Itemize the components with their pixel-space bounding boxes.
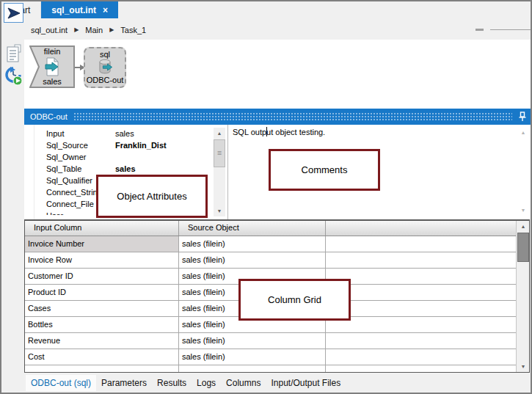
grid-scrollbar[interactable]: ▲ ▼ bbox=[516, 221, 529, 372]
comments-text[interactable]: SQL output object testing. bbox=[233, 128, 325, 136]
cell-extra[interactable] bbox=[326, 349, 516, 365]
tab-sql-out-label: sql_out.int bbox=[51, 5, 96, 15]
cell-extra[interactable] bbox=[326, 236, 516, 252]
report-icon bbox=[6, 44, 22, 63]
bottom-tab-results[interactable]: Results bbox=[152, 375, 192, 391]
scrollbar-thumb[interactable] bbox=[517, 233, 529, 262]
node-sql-odbc-out[interactable]: sql ODBC-out bbox=[84, 47, 126, 88]
app-window: Start sql_out.int × sql_out.int ▶ Main ▶… bbox=[0, 0, 532, 394]
bottom-tab-odbc-out-sql-[interactable]: ODBC-out (sql) bbox=[26, 375, 96, 391]
cell-extra[interactable] bbox=[326, 269, 516, 284]
bottom-tab-logs[interactable]: Logs bbox=[192, 375, 221, 391]
run-history-button[interactable] bbox=[5, 66, 23, 87]
panel-splitter-line bbox=[490, 29, 531, 30]
panel-collapse-handle[interactable] bbox=[475, 29, 484, 31]
cell-extra[interactable] bbox=[326, 252, 516, 268]
scroll-down-icon[interactable]: ▼ bbox=[517, 205, 529, 216]
chevron-right-icon: ▶ bbox=[74, 26, 79, 33]
flow-design-button[interactable] bbox=[4, 3, 23, 23]
flow-design-icon bbox=[6, 5, 22, 21]
cell-input-column[interactable]: Product ID bbox=[25, 285, 179, 300]
node-name-label: sales bbox=[43, 77, 62, 86]
annotation-label: Comments bbox=[302, 164, 348, 175]
breadcrumb-item-task[interactable]: Task_1 bbox=[120, 26, 146, 34]
attributes-gutter bbox=[24, 125, 34, 219]
annotation-label: Column Grid bbox=[268, 294, 321, 305]
scroll-up-icon[interactable]: ▲ bbox=[517, 127, 529, 138]
odbc-out-panel-header[interactable]: ODBC-out bbox=[24, 109, 531, 125]
cell-input-column[interactable]: Revenue bbox=[25, 333, 179, 349]
attribute-label: Input bbox=[35, 128, 115, 139]
cell-input-column[interactable]: Cost bbox=[25, 349, 179, 365]
file-arrow-icon bbox=[43, 57, 62, 76]
node-filein-sales[interactable]: filein sales bbox=[29, 45, 75, 88]
pin-icon[interactable] bbox=[518, 112, 527, 122]
annotation-column-grid: Column Grid bbox=[238, 279, 351, 321]
attribute-value[interactable]: sales bbox=[115, 163, 214, 175]
annotation-comments: Comments bbox=[269, 149, 380, 191]
cell-extra[interactable] bbox=[326, 317, 516, 332]
column-header-source-object[interactable]: Source Object bbox=[179, 221, 326, 236]
table-row[interactable]: Invoice Row sales (filein) bbox=[25, 252, 516, 269]
cell-input-column[interactable]: Customer ID bbox=[25, 269, 179, 284]
cell-extra[interactable] bbox=[326, 301, 516, 316]
table-row[interactable]: Revenue sales (filein) bbox=[25, 333, 516, 349]
attribute-row[interactable]: Sql_Source Franklin_Dist bbox=[35, 139, 214, 151]
attribute-row[interactable]: Sql_Owner bbox=[35, 151, 214, 163]
table-row[interactable]: Cost sales (filein) bbox=[25, 349, 516, 365]
cell-input-column[interactable]: Bottles bbox=[25, 317, 179, 332]
attribute-row[interactable]: Sql_Table sales bbox=[35, 163, 214, 175]
column-grid-header: Input Column Source Object bbox=[25, 221, 516, 236]
scrollbar-thumb[interactable]: ☰ bbox=[214, 139, 225, 167]
attribute-row[interactable]: Input sales bbox=[35, 128, 214, 139]
report-button[interactable] bbox=[5, 43, 23, 64]
panel-header-dots bbox=[73, 112, 512, 121]
table-row[interactable]: Invoice Number sales (filein) bbox=[25, 236, 516, 252]
attribute-value[interactable] bbox=[115, 151, 214, 163]
cell-extra[interactable] bbox=[326, 285, 516, 300]
column-header-input-column[interactable]: Input Column bbox=[25, 221, 179, 236]
column-header-extra[interactable] bbox=[326, 221, 516, 236]
attribute-label: Sql_Source bbox=[35, 139, 115, 151]
cell-source-object[interactable]: sales (filein) bbox=[179, 252, 326, 268]
cell-source-object[interactable]: sales (filein) bbox=[179, 333, 326, 349]
panel-title: ODBC-out bbox=[30, 112, 68, 121]
close-icon[interactable]: × bbox=[103, 5, 108, 15]
bottom-tab-parameters[interactable]: Parameters bbox=[96, 375, 152, 391]
run-history-icon bbox=[5, 67, 23, 86]
cell-source-object[interactable] bbox=[179, 365, 326, 373]
attribute-value[interactable]: Franklin_Dist bbox=[115, 139, 214, 151]
attribute-value[interactable]: sales bbox=[115, 128, 214, 139]
breadcrumb-item-file[interactable]: sql_out.int bbox=[31, 26, 68, 34]
cell-input-column[interactable]: Invoice Number bbox=[25, 236, 179, 252]
cell-source-object[interactable]: sales (filein) bbox=[179, 349, 326, 365]
tab-sql-out[interactable]: sql_out.int × bbox=[41, 1, 118, 18]
node-name-label: ODBC-out bbox=[87, 76, 124, 84]
chevron-right-icon: ▶ bbox=[109, 26, 114, 33]
toolbar: sql_out.int ▶ Main ▶ Task_1 bbox=[1, 18, 531, 41]
attributes-scrollbar[interactable]: ▲ ☰ ▼ bbox=[214, 128, 225, 216]
bottom-tab-columns[interactable]: Columns bbox=[221, 375, 266, 391]
scroll-up-icon[interactable]: ▲ bbox=[214, 128, 225, 139]
breadcrumb-item-main[interactable]: Main bbox=[85, 26, 103, 34]
cell-input-column[interactable] bbox=[25, 365, 179, 373]
flow-canvas[interactable]: filein sales sql ODBC-out bbox=[24, 40, 531, 109]
cell-extra[interactable] bbox=[326, 333, 516, 349]
scroll-down-icon[interactable]: ▼ bbox=[214, 205, 225, 216]
document-tabbar: Start sql_out.int × bbox=[1, 1, 531, 18]
attribute-label: Sql_Owner bbox=[35, 151, 115, 163]
cell-input-column[interactable]: Invoice Row bbox=[25, 252, 179, 268]
table-row[interactable] bbox=[25, 365, 516, 373]
attribute-label: Sql_Table bbox=[35, 163, 115, 175]
text-caret bbox=[266, 127, 267, 136]
node-type-label: sql bbox=[100, 50, 110, 59]
cell-input-column[interactable]: Cases bbox=[25, 301, 179, 316]
node-type-label: filein bbox=[44, 47, 61, 56]
breadcrumb: sql_out.int ▶ Main ▶ Task_1 bbox=[31, 18, 146, 41]
bottom-tab-input-output-files[interactable]: Input/Output Files bbox=[266, 375, 346, 391]
annotation-label: Object Attributes bbox=[117, 191, 186, 202]
scroll-up-icon[interactable]: ▲ bbox=[517, 221, 530, 232]
scroll-down-icon[interactable]: ▼ bbox=[517, 361, 530, 372]
cell-extra[interactable] bbox=[326, 365, 516, 373]
cell-source-object[interactable]: sales (filein) bbox=[179, 236, 326, 252]
